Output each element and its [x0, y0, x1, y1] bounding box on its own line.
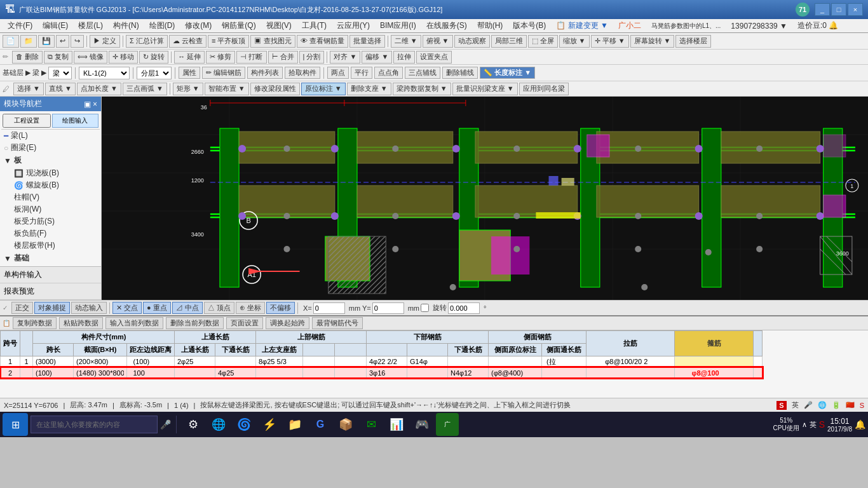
btn-two-point[interactable]: 两点 — [327, 67, 349, 79]
btn-obj-snap[interactable]: 对象捕捉 — [34, 302, 70, 314]
cell-dist-2[interactable] — [127, 367, 175, 378]
btn-ortho[interactable]: 正交 — [11, 302, 33, 314]
cell-dist-1[interactable] — [127, 356, 175, 368]
cell-topright-1[interactable] — [335, 356, 367, 368]
btn-midpoint[interactable]: ⊿ 中点 — [172, 302, 203, 314]
btn-line[interactable]: 直线 ▼ — [45, 83, 76, 95]
kl-select[interactable]: KL-1(2) — [79, 67, 130, 79]
btn-cloud-check[interactable]: ☁ 云检查 — [169, 35, 207, 48]
menu-floor[interactable]: 楼层(L) — [73, 19, 108, 32]
btn-component-list[interactable]: 构件列表 — [247, 67, 283, 79]
cell-sideorig-2[interactable] — [489, 367, 542, 378]
cell-sidecont-1[interactable] — [542, 356, 587, 368]
cell-pull-2[interactable] — [587, 367, 675, 378]
beam-type-select[interactable]: 梁 — [48, 67, 72, 79]
btn-endpoint[interactable]: ● 重点 — [143, 302, 171, 314]
btn-batch-select[interactable]: 批量选择 — [349, 35, 385, 48]
input-section-1[interactable] — [76, 358, 124, 365]
menu-guangxiao[interactable]: 广小二 — [613, 19, 646, 32]
btn-three-arc[interactable]: 三点画弧 ▼ — [123, 83, 167, 95]
start-button[interactable]: ⊞ — [3, 413, 28, 436]
btn-merge[interactable]: ⊢ 合并 — [268, 51, 298, 64]
btn-mirror[interactable]: ⟺ 镜像 — [74, 51, 107, 64]
taskbar-search[interactable] — [31, 416, 158, 433]
menu-online[interactable]: 在线服务(S) — [421, 19, 472, 32]
cell-extra-2[interactable] — [753, 367, 762, 378]
btn-dynamic-input[interactable]: 动态输入 — [71, 302, 107, 314]
taskbar-app-edge[interactable]: 🌀 — [233, 413, 255, 436]
input-botcont2-2[interactable] — [451, 369, 485, 377]
btn-vertex[interactable]: △ 顶点 — [204, 302, 234, 314]
cell-topmid-2[interactable] — [303, 367, 335, 378]
cell-topleft-1[interactable] — [256, 356, 303, 368]
btn-in-situ-mark[interactable]: 原位标注 ▼ — [301, 83, 346, 95]
btn-length-mark[interactable]: 📏 长度标注 ▼ — [480, 67, 535, 79]
cell-section-1[interactable] — [74, 356, 127, 368]
maximize-button[interactable]: □ — [831, 3, 846, 16]
input-len-2[interactable] — [36, 369, 71, 377]
btn-copy[interactable]: ⧉ 复制 — [44, 51, 72, 64]
cell-topright-2[interactable] — [335, 367, 367, 378]
input-section-2[interactable] — [76, 369, 124, 377]
input-sidecont-1[interactable] — [546, 358, 581, 366]
menu-draw[interactable]: 绘图(D) — [144, 19, 180, 32]
level-select[interactable]: 分层1 — [137, 67, 172, 79]
taskbar-app-g[interactable]: G — [309, 413, 332, 436]
btn-input-col-data[interactable]: 输入当前列数据 — [105, 317, 163, 329]
sidebar-item-floor-band[interactable]: 楼层板带(H) — [11, 240, 100, 252]
btn-pan[interactable]: ✛ 平移 ▼ — [591, 35, 629, 48]
cell-topcont-2[interactable] — [175, 367, 215, 378]
y-input[interactable] — [372, 302, 404, 314]
sidebar-item-slab-hole[interactable]: 板洞(W) — [11, 203, 100, 215]
menu-phone[interactable]: 13907298339 ▼ — [726, 20, 792, 32]
cell-stirrup-2[interactable] — [675, 367, 754, 378]
sidebar-item-cast-slab[interactable]: 🔲 现浇板(B) — [11, 167, 100, 179]
taskbar-app-gjd[interactable]: 广 — [436, 413, 459, 436]
data-table-container[interactable]: 跨号 构件尺寸(mm) 上通长筋 上部钢筋 下部钢筋 侧面钢筋 拉筋 箍筋 跨长… — [0, 330, 868, 398]
minimize-button[interactable]: _ — [815, 3, 830, 16]
sidebar-item-neg-rebar[interactable]: 板负筋(F) — [11, 227, 100, 240]
btn-coord[interactable]: ⊕ 坐标 — [236, 302, 265, 314]
btn-report[interactable]: 报表预览 — [0, 283, 101, 300]
btn-calc[interactable]: Σ 汇总计算 — [126, 35, 168, 48]
btn-del-col-data[interactable]: 删除当前列数据 — [166, 317, 224, 329]
btn-screen-rotate[interactable]: 屏幕旋转 ▼ — [630, 35, 675, 48]
btn-define[interactable]: ▶ 定义 — [90, 35, 120, 48]
input-len-1[interactable] — [36, 358, 71, 365]
cell-botmid-1[interactable] — [407, 356, 448, 368]
data-row-1[interactable]: 1 1 — [1, 356, 763, 368]
sidebar-item-ring-beam[interactable]: ○ 圈梁(E) — [1, 142, 100, 154]
btn-align[interactable]: 对齐 ▼ — [330, 51, 360, 64]
btn-set-clamp[interactable]: 设置夹点 — [416, 51, 452, 64]
taskbar-app-game[interactable]: 🎮 — [410, 413, 433, 436]
menu-file[interactable]: 文件(F) — [3, 19, 37, 32]
input-stirrup-2[interactable] — [692, 369, 736, 377]
btn-view-rebar[interactable]: 👁 查看钢筋量 — [297, 35, 348, 48]
btn-properties[interactable]: 属性 — [179, 67, 200, 79]
menu-edit[interactable]: 编辑(E) — [37, 19, 73, 32]
btn-open[interactable]: 📁 — [20, 35, 37, 48]
input-botcont-2[interactable] — [218, 369, 253, 377]
sidebar-item-beam[interactable]: ━ 梁(L) — [1, 130, 100, 142]
input-dist-1[interactable] — [133, 358, 168, 365]
menu-help[interactable]: 帮助(H) — [472, 19, 508, 32]
cell-botcont2-2[interactable] — [448, 367, 489, 378]
btn-trim[interactable]: ✂ 修剪 — [206, 51, 235, 64]
btn-edit-rebar[interactable]: ✏ 编辑钢筋 — [202, 67, 245, 79]
cad-canvas[interactable]: 36 2660 1200 3400 3600 A1 B 1 — [102, 97, 868, 300]
btn-move[interactable]: ✛ 移动 — [109, 51, 138, 64]
btn-dynamic[interactable]: 动态观察 — [454, 35, 490, 48]
btn-find[interactable]: ▣ 查找图元 — [250, 35, 295, 48]
btn-new[interactable]: 📄 — [3, 35, 19, 48]
cell-botmid-2[interactable] — [407, 367, 448, 378]
sidebar-item-column-cap[interactable]: 柱帽(V) — [11, 191, 100, 203]
menu-view[interactable]: 视图(V) — [261, 19, 297, 32]
sidebar-item-stress-rebar[interactable]: 板受力筋(S) — [11, 215, 100, 227]
cell-botcont2-1[interactable] — [448, 356, 489, 368]
menu-scaffold[interactable]: 马凳筋参数图中的L1、... — [646, 20, 726, 32]
taskbar-app-files[interactable]: 📁 — [283, 413, 306, 436]
btn-point-angle[interactable]: 点点角 — [374, 67, 403, 79]
input-sideorig-2[interactable] — [491, 369, 539, 377]
btn-extend[interactable]: ↔ 延伸 — [174, 51, 205, 64]
taskbar-app-chart[interactable]: 📊 — [385, 413, 408, 436]
